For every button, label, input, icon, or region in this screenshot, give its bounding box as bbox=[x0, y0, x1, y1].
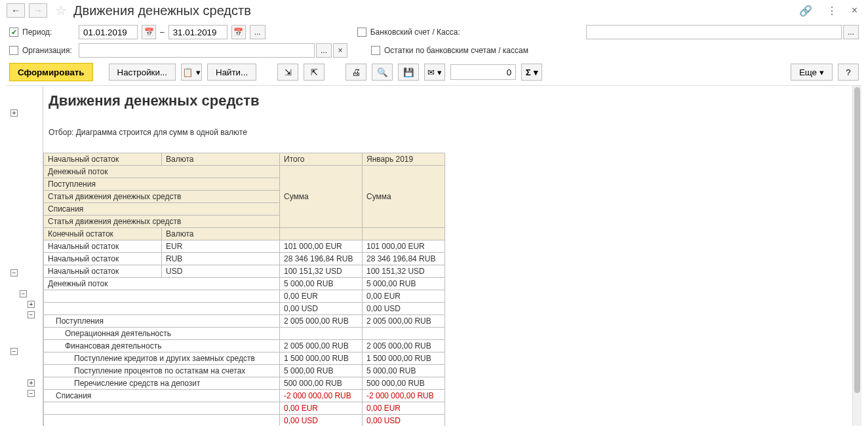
bank-more-button[interactable]: ... bbox=[843, 25, 859, 39]
period-to-calendar[interactable]: 📅 bbox=[231, 25, 246, 39]
favorite-star-icon[interactable]: ☆ bbox=[55, 3, 67, 18]
row-label: Списания bbox=[44, 390, 280, 402]
sigma-icon: Σ bbox=[526, 67, 531, 77]
help-button[interactable]: ? bbox=[838, 64, 859, 81]
save-icon: 💾 bbox=[403, 67, 414, 77]
save-button[interactable]: 💾 bbox=[398, 64, 419, 81]
row-currency: RUB bbox=[162, 253, 280, 265]
table-row[interactable]: 0,00 USD0,00 USD bbox=[44, 415, 445, 427]
row-total: 2 005 000,00 RUB bbox=[280, 315, 363, 328]
sum-input[interactable] bbox=[450, 64, 516, 80]
find-button[interactable]: Найти... bbox=[207, 64, 256, 81]
link-icon[interactable]: 🔗 bbox=[795, 3, 816, 18]
balances-label: Остатки по банковским счетам / кассам bbox=[384, 46, 528, 55]
period-from-calendar[interactable]: 📅 bbox=[142, 25, 156, 39]
chevron-down-icon: ▾ bbox=[196, 67, 201, 77]
row-label bbox=[44, 290, 280, 303]
tree-toggle[interactable]: − bbox=[10, 348, 18, 355]
hdr-currency: Валюта bbox=[162, 153, 280, 166]
chevron-down-icon: ▾ bbox=[819, 67, 824, 77]
row-label: Денежный поток bbox=[44, 278, 280, 290]
row-label bbox=[44, 415, 280, 427]
forward-button[interactable]: → bbox=[29, 3, 47, 18]
table-row[interactable]: Списания-2 000 000,00 RUB-2 000 000,00 R… bbox=[44, 390, 445, 402]
table-row[interactable]: Поступление кредитов и других заемных ср… bbox=[44, 352, 445, 365]
table-row[interactable]: Перечисление средств на депозит500 000,0… bbox=[44, 377, 445, 390]
collapse-button[interactable]: ⇱ bbox=[304, 64, 325, 81]
table-row[interactable]: Начальный остатокRUB28 346 196,84 RUB28 … bbox=[44, 253, 445, 265]
expand-button[interactable]: ⇲ bbox=[277, 64, 298, 81]
calendar-icon: 📅 bbox=[144, 28, 154, 37]
bank-input[interactable] bbox=[586, 25, 842, 39]
hdr-end-balance: Конечный остаток bbox=[44, 228, 162, 240]
mail-icon: ✉ bbox=[427, 67, 435, 77]
row-total: 5 000,00 RUB bbox=[280, 278, 363, 290]
org-input[interactable] bbox=[79, 43, 315, 58]
row-month: 1 500 000,00 RUB bbox=[363, 352, 445, 365]
period-from-input[interactable] bbox=[79, 25, 138, 39]
variants-button[interactable]: 📋▾ bbox=[181, 64, 202, 81]
row-total: 0,00 USD bbox=[280, 415, 363, 427]
report-title: Движения денежных средств bbox=[43, 86, 861, 128]
row-month: 100 151,32 USD bbox=[363, 265, 445, 278]
chevron-down-icon: ▾ bbox=[437, 67, 442, 77]
period-checkbox[interactable]: ✔ bbox=[9, 28, 18, 37]
table-row[interactable]: 0,00 EUR0,00 EUR bbox=[44, 290, 445, 303]
tree-toggle[interactable]: − bbox=[10, 269, 18, 276]
table-row[interactable]: 0,00 EUR0,00 EUR bbox=[44, 402, 445, 415]
row-month: -2 000 000,00 RUB bbox=[363, 390, 445, 402]
tree-toggle[interactable]: + bbox=[28, 301, 35, 308]
balances-checkbox[interactable] bbox=[371, 46, 380, 55]
table-row[interactable]: Поступление процентов по остаткам на сче… bbox=[44, 365, 445, 377]
menu-icon[interactable]: ⋮ bbox=[823, 3, 841, 18]
row-month: 0,00 USD bbox=[363, 303, 445, 315]
generate-button[interactable]: Сформировать bbox=[9, 63, 93, 81]
scrollbar-thumb[interactable] bbox=[854, 87, 860, 393]
arrow-left-icon: ← bbox=[11, 5, 20, 16]
org-checkbox[interactable] bbox=[9, 46, 18, 55]
row-label: Поступление процентов по остаткам на сче… bbox=[44, 365, 280, 377]
org-clear-button[interactable]: × bbox=[333, 43, 347, 58]
sigma-button[interactable]: Σ▾ bbox=[521, 64, 542, 81]
close-icon[interactable]: × bbox=[848, 3, 861, 18]
period-more-button[interactable]: ... bbox=[250, 25, 266, 39]
row-month: 0,00 USD bbox=[363, 415, 445, 427]
hdr-sum-total: Сумма bbox=[280, 166, 363, 228]
row-label: Начальный остаток bbox=[44, 253, 162, 265]
bank-label: Банковский счет / Касса: bbox=[370, 28, 460, 37]
row-month: 2 005 000,00 RUB bbox=[363, 315, 445, 328]
table-row[interactable]: 0,00 USD0,00 USD bbox=[44, 303, 445, 315]
row-label: Поступления bbox=[44, 315, 280, 328]
table-row[interactable]: Операционная деятельность bbox=[44, 328, 445, 340]
table-row[interactable]: Поступления2 005 000,00 RUB2 005 000,00 … bbox=[44, 315, 445, 328]
table-row[interactable]: Начальный остатокEUR101 000,00 EUR101 00… bbox=[44, 240, 445, 253]
tree-toggle[interactable]: − bbox=[28, 311, 35, 318]
tree-toggle[interactable]: + bbox=[10, 109, 18, 117]
more-button[interactable]: Еще ▾ bbox=[791, 64, 833, 81]
bank-checkbox[interactable] bbox=[357, 28, 366, 37]
table-row[interactable]: Денежный поток5 000,00 RUB5 000,00 RUB bbox=[44, 278, 445, 290]
org-more-button[interactable]: ... bbox=[316, 43, 332, 58]
tree-toggle[interactable]: − bbox=[28, 390, 35, 397]
hdr-article2: Статья движения денежных средств bbox=[44, 216, 280, 228]
row-label: Перечисление средств на депозит bbox=[44, 377, 280, 390]
table-row[interactable]: Финансовая деятельность2 005 000,00 RUB2… bbox=[44, 340, 445, 352]
tree-toggle[interactable]: − bbox=[20, 290, 27, 297]
preview-icon: 🔍 bbox=[377, 67, 388, 77]
table-row[interactable]: Начальный остатокUSD100 151,32 USD100 15… bbox=[44, 265, 445, 278]
calendar-icon: 📅 bbox=[233, 28, 243, 37]
settings-button[interactable]: Настройки... bbox=[109, 64, 176, 81]
row-month: 0,00 EUR bbox=[363, 402, 445, 415]
row-total: 5 000,00 RUB bbox=[280, 365, 363, 377]
mail-button[interactable]: ✉▾ bbox=[424, 64, 445, 81]
preview-button[interactable]: 🔍 bbox=[372, 64, 393, 81]
arrow-right-icon: → bbox=[33, 5, 43, 16]
report-table: Начальный остаток Валюта Итого Январь 20… bbox=[43, 153, 445, 426]
tree-toggle[interactable]: + bbox=[28, 379, 35, 387]
back-button[interactable]: ← bbox=[7, 3, 25, 18]
vertical-scrollbar[interactable] bbox=[852, 86, 861, 426]
row-total: 1 500 000,00 RUB bbox=[280, 352, 363, 365]
hdr-total: Итого bbox=[280, 153, 363, 166]
print-button[interactable]: 🖨 bbox=[345, 64, 366, 81]
period-to-input[interactable] bbox=[168, 25, 227, 39]
